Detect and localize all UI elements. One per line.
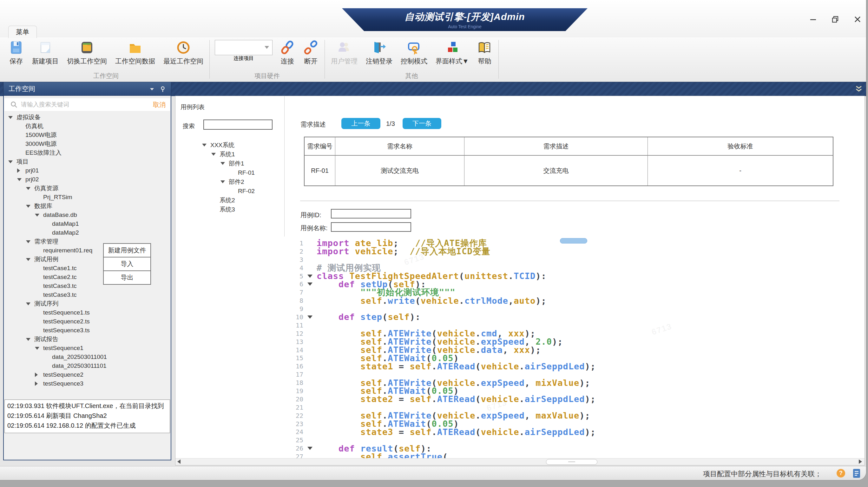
workspace-tree-item[interactable]: 虚拟设备 [4, 113, 171, 122]
status-help-icon[interactable]: ? [837, 469, 845, 478]
code-token: write [388, 296, 415, 306]
workspace-tree-item[interactable]: 测试序列 [4, 299, 171, 308]
collapse-icon[interactable] [211, 153, 220, 156]
scroll-right-icon[interactable] [859, 459, 862, 464]
collapse-icon[interactable] [35, 347, 43, 350]
collapse-icon[interactable] [8, 116, 17, 119]
case-tree-item[interactable]: 部件2 [176, 177, 283, 187]
workspace-tree-item[interactable]: testSequence2 [4, 370, 171, 379]
workspace-tree-item[interactable]: dataMap2 [4, 228, 171, 237]
fold-icon[interactable] [303, 274, 317, 278]
next-button[interactable]: 下一条 [403, 118, 441, 129]
workspace-tree-item[interactable]: 仿真资源 [4, 184, 171, 193]
expand-icon[interactable] [17, 168, 25, 173]
workspace-search-input[interactable] [20, 101, 151, 108]
prev-button[interactable]: 上一条 [341, 118, 380, 129]
workspace-tree-item[interactable]: prj01 [4, 166, 171, 175]
search-cancel-button[interactable]: 取消 [153, 100, 165, 109]
case-tree-item[interactable]: 系统3 [176, 205, 283, 214]
workspace-tree-item[interactable]: testSequence3 [4, 379, 171, 388]
case-tree-item[interactable]: XXX系统 [176, 140, 283, 150]
expand-icon[interactable] [35, 372, 43, 377]
scrollbar-thumb[interactable] [546, 459, 597, 465]
workspace-tree-item[interactable]: Prj_RTSim [4, 193, 171, 202]
workspace-data-icon [127, 40, 143, 55]
panel-menu-button[interactable] [149, 86, 155, 94]
workspace-tree-item[interactable]: 仿真机 [4, 122, 171, 131]
collapse-panel-button[interactable] [854, 84, 864, 94]
workspace-tree-item[interactable]: testSequence1.ts [4, 308, 171, 317]
fold-icon[interactable] [303, 447, 317, 450]
connect-project-combo[interactable] [215, 40, 273, 55]
scrollbar-thumb-top[interactable] [560, 238, 587, 244]
connect-button[interactable]: 连接 [276, 39, 299, 66]
workspace-tree-item[interactable]: dataBase.db [4, 210, 171, 219]
collapse-icon[interactable] [26, 205, 34, 208]
code-token: expSpeed [481, 378, 525, 388]
workspace-tree-item[interactable]: 3000W电源 [4, 139, 171, 149]
case-name-input[interactable] [331, 222, 411, 232]
line-number: 24 [176, 428, 303, 435]
context-menu-item[interactable]: 导出 [104, 270, 150, 284]
collapse-icon[interactable] [220, 162, 229, 165]
workspace-tree-item[interactable]: 数据库 [4, 202, 171, 210]
code-editor[interactable]: 1import ate_lib; //导入ATE操作库2import vehic… [176, 236, 864, 462]
logout-button[interactable]: 注销登录 [362, 39, 397, 66]
collapse-icon[interactable] [26, 187, 34, 190]
collapse-icon[interactable] [26, 302, 34, 305]
workspace-tree-item[interactable]: data_202503011101 [4, 361, 171, 370]
expand-icon[interactable] [35, 382, 43, 386]
ui-style-button[interactable]: 界面样式▼ [431, 39, 473, 66]
case-tree-item[interactable]: 部件1 [176, 159, 283, 168]
fold-icon[interactable] [303, 316, 317, 319]
collapse-icon[interactable] [26, 240, 34, 243]
case-tree-item[interactable]: RF-01 [176, 168, 283, 177]
workspace-tree-item[interactable]: 项目 [4, 157, 171, 166]
help-button[interactable]: 帮助 [473, 39, 496, 66]
collapse-icon[interactable] [26, 338, 34, 341]
collapse-icon[interactable] [26, 258, 34, 261]
fold-icon[interactable] [303, 283, 317, 286]
workspace-tree-item[interactable]: data_202503011001 [4, 353, 171, 361]
case-id-input[interactable] [331, 209, 411, 219]
workspace-tree-item[interactable]: testCase3.tc [4, 290, 171, 299]
collapse-icon[interactable] [17, 178, 25, 181]
collapse-icon[interactable] [8, 160, 17, 163]
case-search-input[interactable] [204, 120, 273, 130]
close-button[interactable] [851, 14, 864, 25]
workspace-tree-item[interactable]: EES故障注入 [4, 149, 171, 157]
recent-workspace-button[interactable]: 最近工作空间 [159, 39, 208, 66]
control-mode-button[interactable]: 控制模式 [397, 39, 431, 66]
workspace-tree-item[interactable]: 测试报告 [4, 335, 171, 344]
context-menu-item[interactable]: 导入 [104, 257, 150, 270]
code-token: ( [475, 427, 480, 437]
collapse-icon[interactable] [202, 143, 210, 147]
workspace-tree-item[interactable]: testSequence1 [4, 344, 171, 353]
pin-button[interactable] [160, 86, 166, 94]
workspace-tree-item[interactable]: 1500W电源 [4, 131, 171, 139]
case-tree-item[interactable]: RF-02 [176, 187, 283, 196]
tab-menu[interactable]: 菜单 [8, 26, 37, 38]
workspace-tree-item[interactable]: testSequence3.ts [4, 326, 171, 335]
horizontal-scrollbar[interactable] [176, 458, 865, 465]
workspace-tree-item[interactable]: testSequence2.ts [4, 317, 171, 326]
disconnect-button[interactable]: 断开 [299, 39, 323, 66]
workspace-tree-item[interactable]: dataMap1 [4, 219, 171, 228]
ribbon-button-label: 注销登录 [366, 57, 393, 66]
save-button[interactable]: 保存 [4, 39, 28, 66]
collapse-icon[interactable] [35, 214, 43, 217]
case-tree-item[interactable]: 系统1 [176, 150, 283, 159]
minimize-button[interactable] [807, 14, 819, 25]
workspace-data-button[interactable]: 工作空间数据 [111, 39, 159, 66]
scroll-left-icon[interactable] [177, 459, 181, 464]
context-menu-item[interactable]: 新建用例文件 [104, 244, 150, 257]
status-document-icon[interactable] [852, 468, 862, 480]
code-token: , [525, 411, 536, 420]
restore-button[interactable] [829, 14, 841, 25]
case-tree-item[interactable]: 系统2 [176, 196, 283, 205]
line-number: 26 [176, 445, 303, 452]
switch-workspace-button[interactable]: 切换工作空间 [63, 39, 111, 66]
workspace-tree-item[interactable]: prj02 [4, 175, 171, 184]
new-project-button[interactable]: 新建项目 [28, 39, 63, 66]
collapse-icon[interactable] [220, 181, 229, 183]
